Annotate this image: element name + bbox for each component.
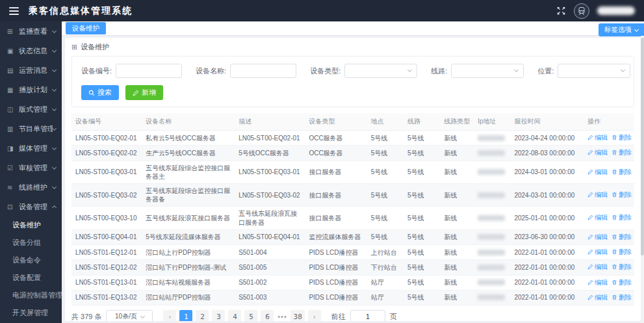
- page-button-3[interactable]: 3: [212, 310, 225, 321]
- pagination: 共 379 条 10条/页 ‹123456•••38› 前往 页: [71, 305, 634, 321]
- sidebar-subitem-device-config[interactable]: 设备配置: [0, 269, 62, 287]
- edit-link[interactable]: 编辑: [587, 278, 608, 287]
- delete-link[interactable]: 删除: [612, 293, 632, 302]
- delete-link[interactable]: 删除: [612, 148, 632, 157]
- edit-link[interactable]: 编辑: [587, 133, 608, 142]
- sidebar-item-status-info[interactable]: ▣状态信息: [0, 41, 62, 60]
- jump-page-input[interactable]: [350, 310, 385, 321]
- tag-options-button[interactable]: 标签选项: [599, 23, 644, 36]
- sidebar-item-layout-mgmt[interactable]: ◫版式管理: [0, 99, 62, 119]
- sidebar-item-device-mgmt[interactable]: ⊡设备管理: [0, 197, 62, 216]
- edit-label: 编辑: [595, 248, 608, 256]
- cell-type: 监控流媒体服务器: [305, 229, 367, 244]
- sidebar-item-label: 播放计划: [19, 85, 53, 95]
- filter-line-select[interactable]: [451, 64, 524, 78]
- add-button[interactable]: 新增: [125, 85, 163, 100]
- filter-device-no-input[interactable]: [116, 64, 182, 78]
- edit-icon: [587, 249, 593, 255]
- page-button-38[interactable]: 38: [290, 310, 304, 321]
- page-button-2[interactable]: 2: [196, 310, 209, 321]
- delete-label: 删除: [619, 278, 632, 287]
- delete-label: 删除: [619, 213, 632, 222]
- chevron-down-icon: [621, 68, 625, 72]
- sidebar-subitem-device-group[interactable]: 设备分组: [0, 234, 62, 252]
- page-button-6[interactable]: 6: [261, 310, 274, 321]
- edit-icon: [587, 264, 593, 270]
- cell-actions: 编辑删除: [584, 275, 634, 290]
- ip-redacted: [478, 215, 505, 221]
- page-scrollbar[interactable]: [641, 36, 644, 323]
- column-header: Ip地址: [474, 113, 510, 131]
- cell-actions: 编辑删除: [584, 229, 634, 244]
- edit-link[interactable]: 编辑: [587, 148, 608, 157]
- search-button[interactable]: 搜索: [81, 85, 119, 100]
- edit-link[interactable]: 编辑: [587, 263, 608, 271]
- page-button-4[interactable]: 4: [228, 310, 241, 321]
- cell-service-time: 2023-06-30 00:00:00: [510, 229, 584, 244]
- filter-device-name-input[interactable]: [230, 64, 296, 78]
- cell-line: 5号线: [404, 275, 440, 290]
- edit-link[interactable]: 编辑: [587, 293, 608, 302]
- sidebar-subitem-device-maintenance[interactable]: 设备维护: [0, 216, 62, 234]
- sidebar-item-monitor-view[interactable]: ⊞监播查看: [0, 21, 62, 41]
- jump-suffix-label: 页: [390, 312, 397, 321]
- edit-link[interactable]: 编辑: [587, 168, 608, 176]
- delete-link[interactable]: 删除: [612, 168, 632, 176]
- sidebar-subitem-device-command[interactable]: 设备命令: [0, 252, 62, 269]
- ip-redacted: [478, 169, 505, 175]
- breadcrumb: ⊞ 设备维护: [71, 42, 634, 52]
- delete-link[interactable]: 删除: [612, 248, 632, 256]
- sidebar-item-operation-news[interactable]: ▤运营消息: [0, 60, 62, 80]
- cell-line-type: 新线: [440, 229, 474, 244]
- page-button-1[interactable]: 1: [179, 310, 192, 321]
- chevron-down-icon: [634, 27, 639, 31]
- edit-link[interactable]: 编辑: [587, 248, 608, 256]
- search-icon: [88, 90, 95, 96]
- sidebar-item-program-list-mgmt[interactable]: ▥节目单管理: [0, 119, 62, 138]
- chevron-down-icon: [52, 67, 57, 71]
- delete-label: 删除: [619, 148, 632, 157]
- delete-link[interactable]: 删除: [612, 133, 632, 142]
- sidebar-item-audit-mgmt[interactable]: ☑审核管理: [0, 158, 62, 177]
- page-size-select[interactable]: 10条/页: [106, 310, 153, 321]
- cell-service-time: 2024-03-01 00:00:00: [510, 161, 584, 183]
- menu-toggle-icon[interactable]: [9, 7, 19, 15]
- sidebar-subitem-power-controller-mgmt[interactable]: 电源控制器管理: [0, 287, 62, 304]
- chevron-down-icon: [514, 68, 519, 72]
- ip-redacted: [478, 234, 505, 240]
- cell-place: 5号线: [367, 131, 404, 146]
- sidebar-item-media-mgmt[interactable]: ◨媒体管理: [0, 138, 62, 158]
- cell-name: 私有云5号线OCC服务器: [142, 131, 235, 146]
- delete-label: 删除: [619, 233, 632, 241]
- ip-redacted: [478, 265, 505, 270]
- delete-link[interactable]: 删除: [612, 190, 632, 199]
- tab-device-maintenance[interactable]: 设备维护: [66, 22, 106, 34]
- fullscreen-icon[interactable]: [556, 6, 566, 16]
- sidebar-item-play-plan[interactable]: ▦播放计划: [0, 80, 62, 99]
- prev-page-button[interactable]: ‹: [163, 310, 176, 321]
- delete-link[interactable]: 删除: [612, 213, 632, 222]
- delete-label: 删除: [619, 248, 632, 256]
- filter-device-type-select[interactable]: [344, 64, 417, 78]
- cell-line: 5号线: [404, 183, 440, 206]
- user-avatar[interactable]: [574, 3, 589, 19]
- topbar: 乘客信息媒体管理系统: [0, 0, 644, 21]
- delete-link[interactable]: 删除: [612, 278, 632, 287]
- scrollbar-thumb[interactable]: [641, 38, 644, 255]
- username-redacted[interactable]: [597, 6, 635, 15]
- edit-link[interactable]: 编辑: [587, 233, 608, 241]
- filter-position-select[interactable]: [558, 64, 630, 78]
- column-header: 设备名称: [142, 113, 235, 131]
- sidebar-subitem-switch-screen-mgmt[interactable]: 开关屏管理: [0, 304, 62, 322]
- sidebar-item-line-maintenance[interactable]: ≋线路维护: [0, 177, 62, 197]
- cell-name: 生产云5号线OCC服务器: [142, 146, 235, 161]
- edit-link[interactable]: 编辑: [587, 190, 608, 199]
- delete-link[interactable]: 删除: [612, 263, 632, 271]
- next-page-button[interactable]: ›: [308, 310, 321, 321]
- delete-icon: [612, 135, 617, 140]
- delete-link[interactable]: 删除: [612, 233, 632, 241]
- cell-place: 5号线: [367, 207, 404, 229]
- edit-icon: [587, 169, 593, 175]
- edit-link[interactable]: 编辑: [587, 213, 608, 222]
- page-button-5[interactable]: 5: [244, 310, 257, 321]
